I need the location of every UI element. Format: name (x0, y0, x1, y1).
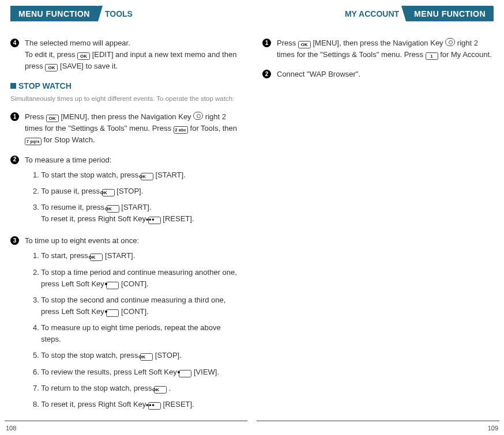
ok-key-icon: OK (46, 115, 59, 122)
list-item: 6. To review the results, press Left Sof… (33, 366, 242, 378)
nav-key-icon (193, 112, 203, 120)
list-item: 4. To measure up to eight time periods, … (33, 322, 242, 345)
bullet-1: 1 (10, 112, 19, 121)
sw-step-1: 1 Press OK [MENU], then press the Naviga… (10, 111, 242, 146)
bullet-1: 1 (262, 39, 271, 47)
page-left: MENU FUNCTION TOOLS 4 The selected memo … (0, 0, 252, 435)
list-item: 1. To start the stop watch, press OK [ST… (33, 169, 242, 181)
ma-step-1: 1 Press OK [MENU], then press the Naviga… (262, 37, 494, 60)
list-item: 3. To resume it, press OK [START].To res… (33, 202, 242, 225)
list-item: 2. To stop a time period and continue me… (33, 267, 242, 290)
text: [MENU], then press the Navigation Key (59, 112, 193, 121)
content-left: 4 The selected memo will appear. To edit… (10, 37, 242, 415)
text: for Stop Watch. (42, 135, 95, 144)
sw-step-2: 2 To measure a time period: 1. To start … (10, 154, 242, 230)
step-4: 4 The selected memo will appear. To edit… (10, 37, 242, 72)
bullet-3: 3 (10, 236, 19, 245)
section-tools: TOOLS (105, 9, 133, 18)
text: The selected memo will appear. (25, 39, 130, 47)
tab-menu-function-left: MENU FUNCTION (10, 6, 98, 21)
left-soft-key-icon: • (106, 309, 119, 317)
key-1-icon: 1 (426, 52, 438, 60)
right-soft-key-icon: ••• (148, 217, 161, 224)
stopwatch-heading: STOP WATCH (10, 80, 242, 93)
section-my-account: MY ACCOUNT (345, 9, 399, 18)
text: Connect "WAP Browser". (277, 69, 494, 80)
ok-key-icon: OK (45, 64, 58, 71)
ok-key-icon: OK (140, 353, 153, 361)
ma-step-2: 2 Connect "WAP Browser". (262, 69, 494, 80)
list-item: 7. To return to the stop watch, press OK… (33, 383, 242, 394)
bullet-2: 2 (10, 156, 19, 164)
ok-key-icon: OK (90, 254, 103, 261)
bullet-2: 2 (262, 70, 271, 78)
ok-key-icon: OK (154, 386, 167, 394)
text: To measure a time period: (25, 156, 111, 164)
list-item: 3. To stop the second and continue measu… (33, 294, 242, 317)
key-7-icon: 7 pqrs (25, 138, 42, 145)
text: for My Account. (438, 50, 492, 59)
ok-key-icon: OK (298, 41, 311, 48)
heading-text: STOP WATCH (18, 81, 72, 90)
right-soft-key-icon: ••• (148, 402, 161, 410)
footer-divider (5, 421, 247, 421)
page-number-left: 108 (6, 425, 16, 432)
list-item: 1. To start, press OK [START]. (33, 250, 242, 262)
text: To time up to eight events at once: (25, 236, 139, 245)
text: Press (277, 39, 298, 47)
page-number-right: 109 (488, 425, 498, 432)
text: for Tools, then (188, 124, 237, 133)
ok-key-icon: OK (77, 52, 90, 60)
page-right: MY ACCOUNT MENU FUNCTION 1 Press OK [MEN… (252, 0, 504, 435)
left-soft-key-icon: • (106, 282, 119, 289)
ok-key-icon: OK (141, 173, 153, 180)
stopwatch-note: Simultaneously times up to eight differe… (10, 94, 242, 103)
header-right: MY ACCOUNT MENU FUNCTION (262, 6, 494, 21)
text: [SAVE] to save it. (58, 62, 118, 70)
footer-divider (257, 421, 499, 421)
ok-key-icon: OK (107, 205, 119, 213)
content-right: 1 Press OK [MENU], then press the Naviga… (262, 37, 494, 80)
text: To edit it, press (25, 50, 77, 59)
sw-step-3: 3 To time up to eight events at once: 1.… (10, 235, 242, 415)
header-left: MENU FUNCTION TOOLS (10, 6, 242, 21)
bullet-4: 4 (10, 39, 19, 47)
list-item: 5. To stop the stop watch, press OK [STO… (33, 350, 242, 361)
ok-key-icon: OK (102, 189, 115, 196)
key-2-icon: 2 abc (174, 126, 188, 134)
text: Press (25, 112, 46, 121)
nav-key-icon (445, 38, 455, 46)
heading-marker-icon (10, 83, 16, 89)
list-item: 2. To pause it, press OK [STOP]. (33, 186, 242, 197)
list-item: 8. To reset it, press Right Soft Key •••… (33, 399, 242, 410)
left-soft-key-icon: • (179, 370, 191, 377)
tab-menu-function-right: MENU FUNCTION (406, 6, 494, 21)
text: [MENU], then press the Navigation Key (311, 39, 445, 47)
